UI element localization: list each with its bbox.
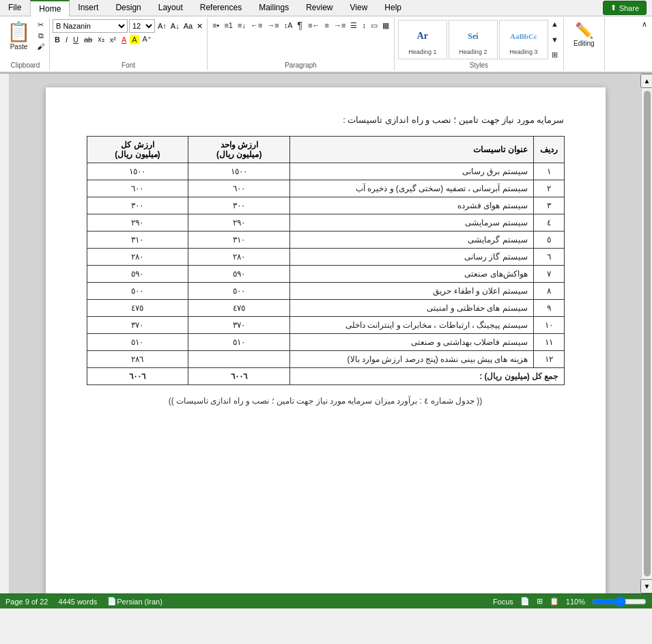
superscript-button[interactable]: x² bbox=[108, 35, 118, 44]
cell-title: هواکش‌های صنعتی bbox=[290, 266, 533, 283]
font-family-select[interactable]: B Nazanin bbox=[53, 19, 128, 33]
tab-insert[interactable]: Insert bbox=[70, 0, 107, 16]
style-heading2[interactable]: Sei Heading 2 bbox=[449, 20, 498, 59]
shading-button[interactable]: ▭ bbox=[369, 19, 380, 31]
cell-total: ٥١٠ bbox=[87, 334, 188, 351]
cell-total: ٥٠٠ bbox=[87, 283, 188, 300]
table-row: ٧ هواکش‌های صنعتی ٥٩٠ ٥٩٠ bbox=[87, 266, 564, 283]
borders-button[interactable]: ▦ bbox=[380, 19, 391, 31]
grow-font-button[interactable]: A↑ bbox=[156, 22, 168, 30]
cut-button[interactable]: ✂ bbox=[35, 20, 46, 30]
justify-button[interactable]: ☰ bbox=[348, 19, 359, 31]
tab-view[interactable]: View bbox=[342, 0, 377, 16]
cell-total: ٥٩٠ bbox=[87, 266, 188, 283]
collapse-ribbon-button[interactable]: ∧ bbox=[640, 19, 649, 29]
italic-button[interactable]: I bbox=[63, 35, 70, 44]
table-row: ٩ سیستم های حفاظتی و امنیتی ٤٧٥ ٤٧٥ bbox=[87, 300, 564, 317]
strikethrough-button[interactable]: ab bbox=[82, 35, 94, 44]
sum-row: جمع کل (میلیون ریال) : ٦٠٠٦ ٦٠٠٦ bbox=[87, 368, 564, 385]
paste-button[interactable]: 📋 Paste bbox=[4, 19, 33, 52]
show-marks-button[interactable]: ¶ bbox=[296, 19, 305, 31]
cell-total: ٣٧٠ bbox=[87, 317, 188, 334]
styles-scroll-down[interactable]: ▼ bbox=[549, 35, 561, 44]
numbering-button[interactable]: ≡1 bbox=[222, 19, 235, 31]
cell-title: سیستم برق رسانی bbox=[290, 163, 533, 180]
line-spacing-button[interactable]: ↕ bbox=[360, 19, 368, 31]
zoom-slider[interactable] bbox=[592, 596, 647, 607]
table-row: ٥ سیستم گرمایشی ٣١٠ ٣١٠ bbox=[87, 232, 564, 249]
share-button[interactable]: ⬆ Share bbox=[603, 1, 647, 15]
tab-design[interactable]: Design bbox=[107, 0, 150, 16]
table-row: ١١ سیستم فاضلاب بهداشتی و صنعتی ٥١٠ ٥١٠ bbox=[87, 334, 564, 351]
tab-file[interactable]: File bbox=[0, 0, 30, 16]
language-info: Persian (Iran) bbox=[117, 598, 162, 606]
cell-rdif: ٨ bbox=[533, 283, 564, 300]
cell-rdif: ١٢ bbox=[533, 351, 564, 368]
underline-button[interactable]: U bbox=[71, 35, 81, 44]
editing-button[interactable]: ✏️ Editing bbox=[568, 19, 600, 50]
font-label: Font bbox=[122, 60, 135, 69]
multilevel-list-button[interactable]: ≡↓ bbox=[236, 19, 248, 31]
cell-total: ٢٩٠ bbox=[87, 214, 188, 232]
left-margin bbox=[0, 74, 10, 593]
ribbon-group-font: B Nazanin 12 A↑ A↓ Aa ✕ B I U ab x₂ x bbox=[50, 18, 208, 70]
tab-mailings[interactable]: Mailings bbox=[251, 0, 298, 16]
ribbon-group-editing: ✏️ Editing bbox=[564, 18, 605, 70]
cell-unit: ٦٠٠ bbox=[188, 180, 290, 197]
table-row: ١٢ هزینه های پیش بینی نشده (پنج درصد ارز… bbox=[87, 351, 564, 368]
highlight-button[interactable]: A bbox=[130, 35, 139, 44]
font-size-select[interactable]: 12 bbox=[129, 19, 155, 33]
table-row: ٨ سیستم اعلان و اطفاء حریق ٥٠٠ ٥٠٠ bbox=[87, 283, 564, 300]
align-right-button[interactable]: →≡ bbox=[332, 19, 348, 31]
header-unit: ارزش واحد(میلیون ریال) bbox=[188, 137, 290, 163]
styles-more[interactable]: ⊞ bbox=[549, 50, 561, 60]
font-color-button[interactable]: A bbox=[119, 35, 128, 44]
tab-home[interactable]: Home bbox=[30, 0, 70, 16]
align-center-button[interactable]: ≡ bbox=[323, 19, 331, 31]
scroll-down-button[interactable]: ▼ bbox=[640, 579, 652, 593]
clipboard-label: Clipboard bbox=[11, 60, 40, 69]
tab-references[interactable]: References bbox=[192, 0, 251, 16]
shrink-font-button[interactable]: A↓ bbox=[169, 22, 181, 30]
cell-rdif: ٧ bbox=[533, 266, 564, 283]
bullets-button[interactable]: ≡• bbox=[210, 19, 221, 31]
right-scrollbar[interactable]: ▲ ▼ bbox=[641, 74, 652, 593]
tab-help[interactable]: Help bbox=[376, 0, 410, 16]
editing-label bbox=[583, 60, 585, 69]
tab-layout[interactable]: Layout bbox=[150, 0, 192, 16]
doc-intro: سرمایه مورد نیاز جهت تامین ؛ نصب و راه ا… bbox=[87, 115, 565, 125]
cell-title: سیستم گرمایشی bbox=[290, 232, 533, 249]
sort-button[interactable]: ↕A bbox=[282, 19, 295, 31]
ribbon: File Home Insert Design Layout Reference… bbox=[0, 0, 652, 74]
document-scroll[interactable]: سرمایه مورد نیاز جهت تامین ؛ نصب و راه ا… bbox=[10, 74, 641, 593]
view-icon2: ⊞ bbox=[537, 597, 543, 606]
tab-review[interactable]: Review bbox=[298, 0, 341, 16]
table-caption: (( جدول شماره ٤ : برآورد میزان سرمایه مو… bbox=[87, 396, 565, 406]
text-effect-button[interactable]: A⁺ bbox=[141, 34, 154, 44]
cell-unit: ٤٧٥ bbox=[188, 300, 290, 317]
style-heading1[interactable]: Ar Heading 1 bbox=[398, 20, 447, 59]
styles-scroll-up[interactable]: ▲ bbox=[549, 19, 561, 29]
ribbon-group-styles: Ar Heading 1 Sei Heading 2 AaBbCc Headin… bbox=[395, 18, 564, 70]
cell-unit: ٥٠٠ bbox=[188, 283, 290, 300]
cell-total: ٣١٠ bbox=[87, 232, 188, 249]
cell-unit: ٢٩٠ bbox=[188, 214, 290, 232]
copy-button[interactable]: ⧉ bbox=[35, 31, 46, 41]
cell-title: سیستم آبرسانی ، تصفیه (سختی گیری) و ذخیر… bbox=[290, 180, 533, 197]
bold-button[interactable]: B bbox=[53, 35, 62, 44]
scroll-up-button[interactable]: ▲ bbox=[640, 74, 652, 88]
align-left-button[interactable]: ≡← bbox=[306, 19, 322, 31]
heading1-label: Heading 1 bbox=[408, 48, 436, 55]
format-painter-button[interactable]: 🖌 bbox=[35, 42, 46, 51]
increase-indent-button[interactable]: →≡ bbox=[265, 19, 281, 31]
decrease-indent-button[interactable]: ←≡ bbox=[249, 19, 264, 31]
case-button[interactable]: Aa bbox=[182, 22, 194, 30]
focus-button[interactable]: Focus bbox=[493, 598, 513, 606]
paragraph-label: Paragraph bbox=[285, 60, 317, 69]
cell-total: ٤٧٥ bbox=[87, 300, 188, 317]
style-heading3[interactable]: AaBbCc Heading 3 bbox=[499, 20, 548, 59]
ribbon-body: 📋 Paste ✂ ⧉ 🖌 Clipboard bbox=[0, 16, 652, 73]
scroll-thumb[interactable] bbox=[644, 91, 651, 576]
clear-format-button[interactable]: ✕ bbox=[195, 22, 204, 31]
subscript-button[interactable]: x₂ bbox=[96, 34, 107, 44]
